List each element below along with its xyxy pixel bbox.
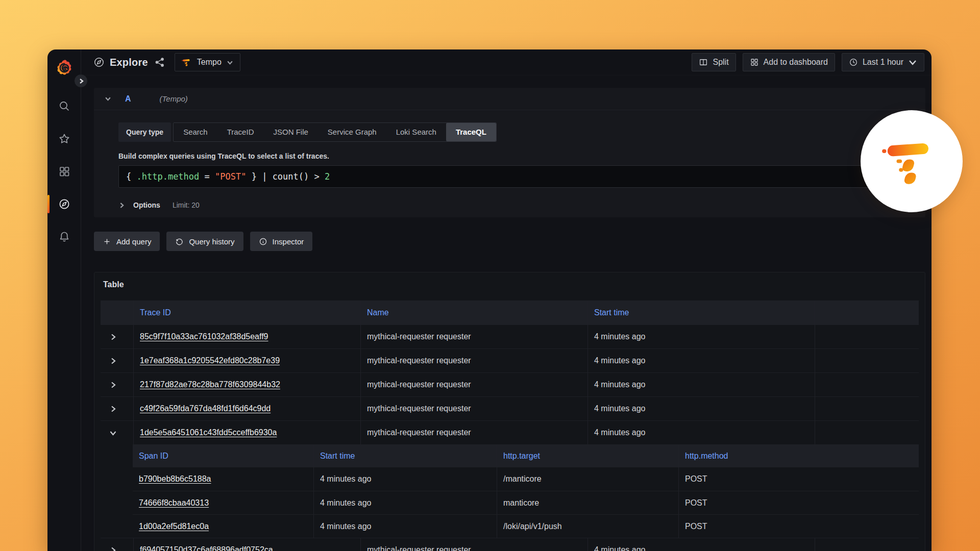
table-row: 1e7eaf368a1c9205542efd80c28b7e39 mythica… xyxy=(101,348,919,372)
row-expander[interactable] xyxy=(101,325,134,348)
chevron-down-icon xyxy=(109,429,117,437)
share-icon[interactable] xyxy=(154,57,165,68)
split-icon xyxy=(699,58,708,67)
trace-name: mythical-requester requester xyxy=(361,421,588,444)
trace-id-link[interactable]: 1e7eaf368a1c9205542efd80c28b7e39 xyxy=(140,356,280,365)
query-type-label: Query type xyxy=(118,122,171,142)
bell-icon xyxy=(58,231,70,243)
query-actions-row: Add query Query history Inspector xyxy=(94,232,925,251)
span-id-link[interactable]: 1d00a2ef5d81ec0a xyxy=(139,522,209,531)
query-editor-panel: A (Tempo) Query type Search TraceID JSON… xyxy=(94,88,925,217)
span-http-target: manticore xyxy=(497,491,679,514)
trace-id-link[interactable]: 217f87d82ae78c28ba778f6309844b32 xyxy=(140,380,280,389)
trace-id-link[interactable]: f694057150d37c6af68896adf0752ca xyxy=(140,545,273,551)
row-expander[interactable] xyxy=(101,397,134,420)
query-type-search[interactable]: Search xyxy=(174,123,217,141)
grafana-logo-icon[interactable] xyxy=(56,59,73,77)
column-header-http-target[interactable]: http.target xyxy=(497,445,679,467)
column-header-span-start-time[interactable]: Start time xyxy=(314,445,497,467)
header-expander-cell xyxy=(101,300,134,324)
trace-id-link[interactable]: c49f26a59fda767da48fd1f6d64c9dd xyxy=(140,404,271,413)
column-header-http-method[interactable]: http.method xyxy=(679,445,919,467)
inspector-button[interactable]: Inspector xyxy=(250,232,313,251)
query-type-traceql[interactable]: TraceQL xyxy=(446,123,496,141)
trace-id-link[interactable]: 1de5e5a6451061c43fdd5cceffb6930a xyxy=(140,428,277,437)
panel-title: Table xyxy=(94,272,925,300)
query-type-traceid[interactable]: TraceID xyxy=(217,123,264,141)
query-row-header[interactable]: A (Tempo) xyxy=(94,88,925,110)
query-type-radio-group: Search TraceID JSON File Service Graph L… xyxy=(173,122,497,142)
query-options-row[interactable]: Options Limit: 20 xyxy=(118,201,917,209)
chevron-right-icon xyxy=(109,333,117,341)
query-ref-id: A xyxy=(125,94,131,104)
datasource-picker[interactable]: Tempo xyxy=(175,53,240,71)
query-history-button[interactable]: Query history xyxy=(166,232,243,251)
trace-name: mythical-requester requester xyxy=(361,538,588,551)
table-row-expanded: 1de5e5a6451061c43fdd5cceffb6930a mythica… xyxy=(101,420,919,444)
info-icon xyxy=(259,237,267,246)
add-to-dashboard-button[interactable]: Add to dashboard xyxy=(743,53,835,71)
span-id-link[interactable]: 74666f8cbaa40313 xyxy=(139,498,209,508)
sidebar-item-dashboards[interactable] xyxy=(47,155,81,188)
span-id-link[interactable]: b790beb8b6c5188a xyxy=(139,474,211,484)
trace-start-time: 4 minutes ago xyxy=(588,373,815,396)
sidebar-item-alerting[interactable] xyxy=(47,220,81,253)
column-header-span-id[interactable]: Span ID xyxy=(133,445,314,467)
column-header-start-time[interactable]: Start time xyxy=(588,300,815,324)
traceql-query: { .http.method = "POST" } | count() > 2 xyxy=(126,171,330,182)
row-expander[interactable] xyxy=(101,538,134,551)
time-range-picker[interactable]: Last 1 hour xyxy=(842,53,924,71)
sidebar-item-starred[interactable] xyxy=(47,122,81,155)
chevron-right-icon xyxy=(118,202,125,209)
table-header-row: Trace ID Name Start time xyxy=(101,300,919,324)
trace-name: mythical-requester requester xyxy=(361,373,588,396)
collapse-chevron-icon xyxy=(105,95,111,102)
sidebar-item-explore[interactable] xyxy=(47,188,81,220)
span-row: 74666f8cbaa40313 4 minutes ago manticore… xyxy=(133,491,919,514)
row-expander[interactable] xyxy=(101,421,134,444)
toolbar-actions: Split Add to dashboard Last 1 hour xyxy=(692,53,924,71)
row-expander[interactable] xyxy=(101,349,134,372)
span-http-method: POST xyxy=(679,515,919,538)
trace-start-time: 4 minutes ago xyxy=(588,538,815,551)
query-type-service-graph[interactable]: Service Graph xyxy=(318,123,386,141)
table-row: f694057150d37c6af68896adf0752ca mythical… xyxy=(101,538,919,551)
column-header-name[interactable]: Name xyxy=(361,300,588,324)
query-type-row: Query type Search TraceID JSON File Serv… xyxy=(118,122,917,142)
split-button[interactable]: Split xyxy=(692,53,736,71)
explore-content: A (Tempo) Query type Search TraceID JSON… xyxy=(81,76,932,551)
chevron-right-icon xyxy=(109,405,117,413)
traceql-query-input[interactable]: { .http.method = "POST" } | count() > 2 xyxy=(118,165,917,188)
sidebar xyxy=(47,49,81,551)
chevron-right-icon xyxy=(109,357,117,365)
options-summary: Limit: 20 xyxy=(173,201,200,209)
trace-id-link[interactable]: 85c9f7f10a33ac761032af38d5eaff9 xyxy=(140,332,268,341)
trace-name: mythical-requester requester xyxy=(361,397,588,420)
query-type-loki-search[interactable]: Loki Search xyxy=(386,123,446,141)
chevron-down-icon xyxy=(908,58,917,67)
search-icon xyxy=(58,100,70,112)
table-row: 217f87d82ae78c28ba778f6309844b32 mythica… xyxy=(101,372,919,396)
sidebar-expand-button[interactable] xyxy=(74,74,88,88)
trace-start-time: 4 minutes ago xyxy=(588,349,815,372)
options-label: Options xyxy=(133,201,160,209)
query-type-json-file[interactable]: JSON File xyxy=(263,123,317,141)
row-expander[interactable] xyxy=(101,373,134,396)
spans-subtable: Span ID Start time http.target http.meth… xyxy=(133,444,919,538)
grafana-window: Explore Tempo xyxy=(47,49,932,551)
chevron-right-icon xyxy=(109,381,117,389)
traces-table: Trace ID Name Start time 85c9f7f10a33ac7… xyxy=(101,300,919,551)
query-datasource-hint: (Tempo) xyxy=(160,94,188,103)
span-row: b790beb8b6c5188a 4 minutes ago /manticor… xyxy=(133,467,919,491)
span-start-time: 4 minutes ago xyxy=(314,467,497,491)
explore-toolbar: Explore Tempo xyxy=(81,49,932,76)
plus-icon xyxy=(103,237,111,246)
add-query-button[interactable]: Add query xyxy=(94,232,160,251)
trace-name: mythical-requester requester xyxy=(361,325,588,348)
table-row: c49f26a59fda767da48fd1f6d64c9dd mythical… xyxy=(101,396,919,420)
sidebar-item-search[interactable] xyxy=(47,90,81,122)
history-icon xyxy=(175,237,184,246)
tempo-logo-badge xyxy=(861,110,963,212)
column-header-trace-id[interactable]: Trace ID xyxy=(134,300,361,324)
clock-icon xyxy=(849,58,858,67)
